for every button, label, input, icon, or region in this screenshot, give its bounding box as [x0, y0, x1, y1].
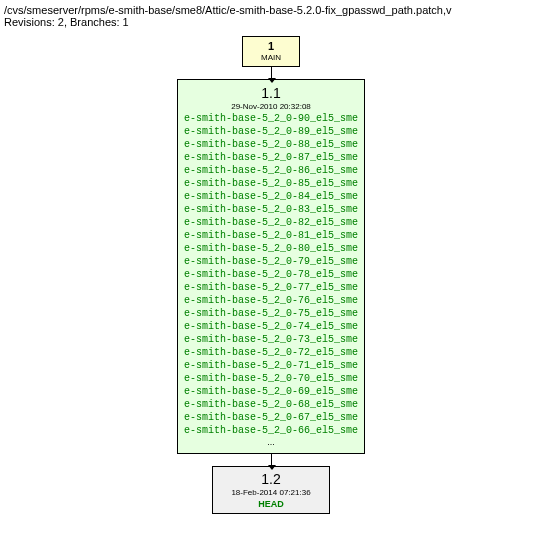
tag-item: e-smith-base-5_2_0-66_el5_sme [184, 424, 358, 437]
tag-item: e-smith-base-5_2_0-80_el5_sme [184, 242, 358, 255]
arrow-icon [271, 454, 272, 466]
tag-item: e-smith-base-5_2_0-67_el5_sme [184, 411, 358, 424]
tag-item: e-smith-base-5_2_0-70_el5_sme [184, 372, 358, 385]
tag-item: e-smith-base-5_2_0-81_el5_sme [184, 229, 358, 242]
tag-item: e-smith-base-5_2_0-89_el5_sme [184, 125, 358, 138]
tag-item: e-smith-base-5_2_0-90_el5_sme [184, 112, 358, 125]
header-info: Revisions: 2, Branches: 1 [4, 16, 538, 28]
tag-item: e-smith-base-5_2_0-69_el5_sme [184, 385, 358, 398]
main-branch-box[interactable]: 1 MAIN [242, 36, 300, 67]
main-node: 1 MAIN [4, 36, 538, 79]
revision-date: 29-Nov-2010 20:32:08 [184, 102, 358, 112]
tag-item: e-smith-base-5_2_0-76_el5_sme [184, 294, 358, 307]
tag-item: e-smith-base-5_2_0-82_el5_sme [184, 216, 358, 229]
revision-1-2-box[interactable]: 1.2 18-Feb-2014 07:21:36 HEAD [212, 466, 329, 514]
tag-item: e-smith-base-5_2_0-68_el5_sme [184, 398, 358, 411]
ellipsis: ... [184, 437, 358, 449]
tags-list: e-smith-base-5_2_0-90_el5_smee-smith-bas… [184, 112, 358, 437]
tag-item: e-smith-base-5_2_0-75_el5_sme [184, 307, 358, 320]
main-number: 1 [255, 40, 287, 53]
tag-item: e-smith-base-5_2_0-73_el5_sme [184, 333, 358, 346]
tag-item: e-smith-base-5_2_0-77_el5_sme [184, 281, 358, 294]
cvs-diagram: 1 MAIN 1.1 29-Nov-2010 20:32:08 e-smith-… [4, 36, 538, 514]
tag-item: e-smith-base-5_2_0-85_el5_sme [184, 177, 358, 190]
revision-1-1-box[interactable]: 1.1 29-Nov-2010 20:32:08 e-smith-base-5_… [177, 79, 365, 454]
tag-item: e-smith-base-5_2_0-83_el5_sme [184, 203, 358, 216]
revision-date: 18-Feb-2014 07:21:36 [231, 488, 310, 498]
tag-item: e-smith-base-5_2_0-72_el5_sme [184, 346, 358, 359]
main-label: MAIN [255, 53, 287, 63]
arrow-icon [271, 67, 272, 79]
revision-number: 1.2 [231, 470, 310, 488]
tag-item: e-smith-base-5_2_0-78_el5_sme [184, 268, 358, 281]
revision-1-1-node: 1.1 29-Nov-2010 20:32:08 e-smith-base-5_… [4, 79, 538, 466]
tag-item: e-smith-base-5_2_0-84_el5_sme [184, 190, 358, 203]
tag-item: e-smith-base-5_2_0-86_el5_sme [184, 164, 358, 177]
header-path: /cvs/smeserver/rpms/e-smith-base/sme8/At… [4, 4, 538, 16]
revision-number: 1.1 [184, 84, 358, 102]
revision-1-2-node: 1.2 18-Feb-2014 07:21:36 HEAD [4, 466, 538, 514]
tag-item: e-smith-base-5_2_0-79_el5_sme [184, 255, 358, 268]
tag-item: e-smith-base-5_2_0-88_el5_sme [184, 138, 358, 151]
header: /cvs/smeserver/rpms/e-smith-base/sme8/At… [4, 4, 538, 28]
tag-item: e-smith-base-5_2_0-87_el5_sme [184, 151, 358, 164]
tag-item: e-smith-base-5_2_0-71_el5_sme [184, 359, 358, 372]
head-label: HEAD [231, 499, 310, 511]
tag-item: e-smith-base-5_2_0-74_el5_sme [184, 320, 358, 333]
